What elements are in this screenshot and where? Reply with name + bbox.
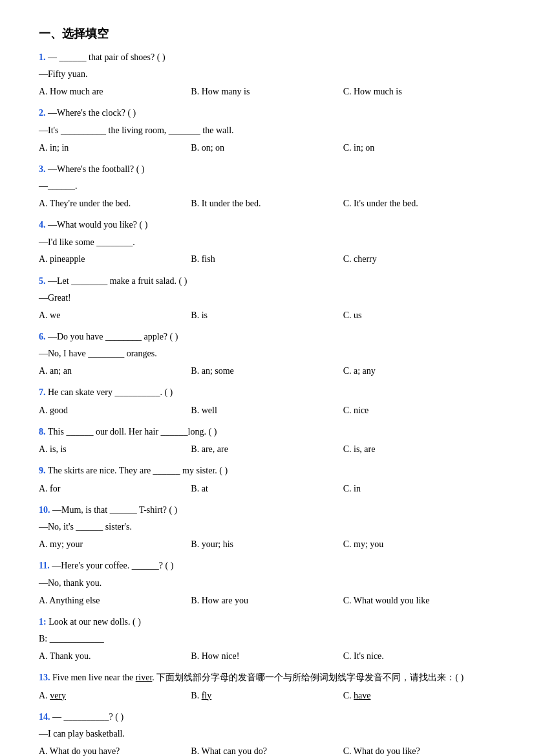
option-C: C. in; on xyxy=(343,140,495,156)
option-B: B. fish xyxy=(191,251,343,267)
option-B: B. your; his xyxy=(191,536,343,552)
option-C: C. a; any xyxy=(343,363,495,379)
dialog-line: —It's __________ the living room, ______… xyxy=(39,123,495,138)
question-number: 11. xyxy=(39,561,52,570)
question-line: 5. —Let ________ make a fruit salad. ( ) xyxy=(39,274,495,288)
question-number: 10. xyxy=(39,505,52,515)
option-C: C. What do you like? xyxy=(343,743,495,756)
question-number: 8. xyxy=(39,427,48,437)
option-C: C. nice xyxy=(343,402,495,418)
question-block: 5. —Let ________ make a fruit salad. ( )… xyxy=(39,274,495,323)
options-row: A. Thank you.B. How nice!C. It's nice. xyxy=(39,648,495,664)
option-B: B. fly xyxy=(191,687,343,704)
dialog-line: —No, I have ________ oranges. xyxy=(39,346,495,362)
dialog-line: —No, thank you. xyxy=(39,576,495,591)
question-line: 3. —Where's the football? ( ) xyxy=(39,162,495,177)
option-B: B. How are you xyxy=(191,592,343,609)
option-B: B. How many is xyxy=(191,83,343,100)
question-line: 10. —Mum, is that ______ T-shirt? ( ) xyxy=(39,503,495,517)
question-block: 13. Five men live near the river. 下面划线部分… xyxy=(39,671,495,704)
question-line: 1. — ______ that pair of shoes? ( ) xyxy=(39,50,495,65)
section-title: 一、选择填空 xyxy=(39,26,495,41)
question-number: 9. xyxy=(39,466,48,475)
question-block: 3. —Where's the football? ( )—______.A. … xyxy=(39,162,495,211)
option-C: C. What would you like xyxy=(343,592,495,609)
option-B: B. on; on xyxy=(191,140,343,156)
question-number: 5. xyxy=(39,276,48,286)
question-number: 3. xyxy=(39,164,48,174)
option-B: B. is xyxy=(191,307,343,323)
option-C: C. in xyxy=(343,481,495,497)
question-line: 1: Look at our new dolls. ( ) xyxy=(39,615,495,629)
dialog-line: —______. xyxy=(39,178,495,194)
option-B: B. an; some xyxy=(191,363,343,379)
option-C: C. my; you xyxy=(343,536,495,552)
options-row: A. pineappleB. fishC. cherry xyxy=(39,251,495,267)
question-block: 1. — ______ that pair of shoes? ( )—Fift… xyxy=(39,50,495,100)
option-A: A. What do you have? xyxy=(39,743,191,756)
option-A: A. is, is xyxy=(39,441,191,457)
question-block: 1: Look at our new dolls. ( )B: ________… xyxy=(39,615,495,664)
option-B: B. How nice! xyxy=(191,648,343,664)
question-block: 11. —Here's your coffee. ______? ( )—No,… xyxy=(39,559,495,608)
option-B: B. well xyxy=(191,402,343,418)
option-A: A. good xyxy=(39,402,191,418)
option-A: A. my; your xyxy=(39,536,191,552)
question-number: 6. xyxy=(39,332,48,341)
question-line: 13. Five men live near the river. 下面划线部分… xyxy=(39,671,495,685)
options-row: A. is, isB. are, areC. is, are xyxy=(39,441,495,457)
question-block: 2. —Where's the clock? ( )—It's ________… xyxy=(39,106,495,155)
option-B: B. What can you do? xyxy=(191,743,343,756)
question-line: 11. —Here's your coffee. ______? ( ) xyxy=(39,559,495,573)
option-C: C. is, are xyxy=(343,441,495,457)
option-A: A. pineapple xyxy=(39,251,191,267)
option-C: C. How much is xyxy=(343,83,495,100)
question-line: 4. —What would you like? ( ) xyxy=(39,218,495,232)
question-number: 14. xyxy=(39,712,52,722)
question-block: 6. —Do you have ________ apple? ( )—No, … xyxy=(39,330,495,379)
option-C: C. have xyxy=(343,687,495,704)
dialog-line: —Great! xyxy=(39,290,495,306)
question-block: 9. The skirts are nice. They are ______ … xyxy=(39,464,495,497)
question-line: 8. This ______ our doll. Her hair ______… xyxy=(39,425,495,439)
options-row: A. my; yourB. your; hisC. my; you xyxy=(39,536,495,552)
dialog-line: —I can play basketball. xyxy=(39,726,495,742)
question-block: 7. He can skate very __________. ( )A. g… xyxy=(39,385,495,418)
options-row: A. veryB. flyC. have xyxy=(39,687,495,704)
question-number: 2. xyxy=(39,108,48,118)
option-A: A. Anything else xyxy=(39,592,191,609)
dialog-line: —No, it's ______ sister's. xyxy=(39,519,495,535)
options-row: A. Anything elseB. How are youC. What wo… xyxy=(39,592,495,609)
question-number: 1. xyxy=(39,52,48,62)
option-A: A. Thank you. xyxy=(39,648,191,664)
options-row: A. What do you have?B. What can you do?C… xyxy=(39,743,495,756)
question-block: 10. —Mum, is that ______ T-shirt? ( )—No… xyxy=(39,503,495,552)
option-A: A. very xyxy=(39,687,191,704)
question-line: 14. — __________? ( ) xyxy=(39,710,495,724)
question-line: 6. —Do you have ________ apple? ( ) xyxy=(39,330,495,344)
options-row: A. weB. isC. us xyxy=(39,307,495,323)
option-B: B. at xyxy=(191,481,343,497)
question-number: 7. xyxy=(39,387,48,397)
question-line: 9. The skirts are nice. They are ______ … xyxy=(39,464,495,478)
options-row: A. forB. atC. in xyxy=(39,481,495,497)
option-A: A. an; an xyxy=(39,363,191,379)
options-row: A. They're under the bed.B. It under the… xyxy=(39,195,495,211)
question-number: 1: xyxy=(39,617,48,627)
options-row: A. an; anB. an; someC. a; any xyxy=(39,363,495,379)
dialog-line: —Fifty yuan. xyxy=(39,67,495,82)
options-row: A. How much areB. How many isC. How much… xyxy=(39,83,495,100)
option-C: C. It's nice. xyxy=(343,648,495,664)
question-block: 8. This ______ our doll. Her hair ______… xyxy=(39,425,495,458)
dialog-response-line: B: ____________ xyxy=(39,631,495,647)
option-C: C. cherry xyxy=(343,251,495,267)
dialog-line: —I'd like some ________. xyxy=(39,235,495,250)
option-B: B. are, are xyxy=(191,441,343,457)
option-B: B. It under the bed. xyxy=(191,195,343,211)
question-block: 14. — __________? ( )—I can play basketb… xyxy=(39,710,495,756)
question-number: 13. xyxy=(39,673,52,682)
option-C: C. us xyxy=(343,307,495,323)
question-block: 4. —What would you like? ( )—I'd like so… xyxy=(39,218,495,267)
options-row: A. in; inB. on; onC. in; on xyxy=(39,140,495,156)
question-line: 2. —Where's the clock? ( ) xyxy=(39,106,495,120)
